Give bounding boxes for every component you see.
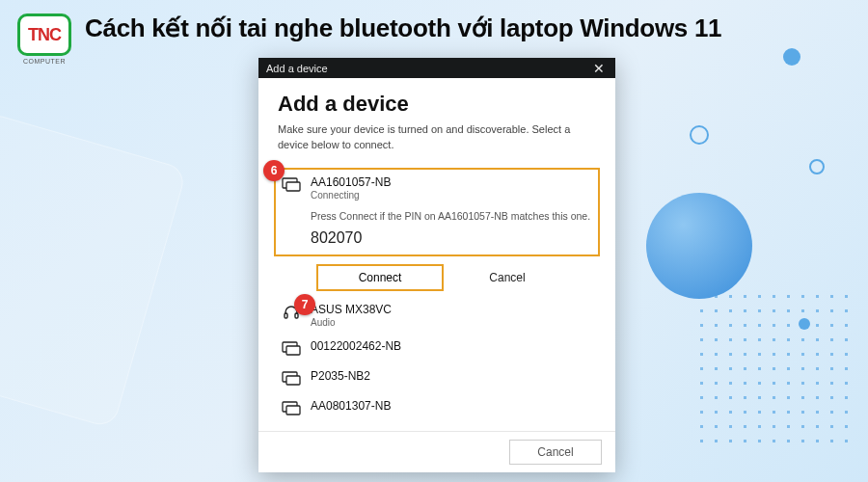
dialog-titlebar: Add a device ✕ <box>258 58 615 78</box>
svg-rect-1 <box>286 182 300 191</box>
device-sub: Audio <box>311 317 392 328</box>
connect-button-row: Connect Cancel <box>316 264 596 291</box>
device-status: Connecting <box>311 190 391 201</box>
display-icon <box>282 370 301 388</box>
display-icon <box>282 340 301 358</box>
svg-rect-5 <box>286 346 300 355</box>
device-item[interactable]: ASUS MX38VC Audio <box>278 297 596 334</box>
device-name: P2035-NB2 <box>311 369 370 383</box>
bg-dots <box>694 289 858 453</box>
dialog-body: Add a device Make sure your device is tu… <box>258 78 615 431</box>
pin-hint: Press Connect if the PIN on AA1601057-NB… <box>311 210 590 222</box>
pin-code: 802070 <box>311 229 362 247</box>
connect-button[interactable]: Connect <box>316 264 444 291</box>
bg-sphere <box>646 193 752 299</box>
brand-logo-badge: TNC <box>17 13 71 56</box>
cancel-button[interactable]: Cancel <box>509 440 602 465</box>
dialog-window-title: Add a device <box>266 63 328 74</box>
device-item-connecting[interactable]: AA1601057-NB Connecting Press Connect if… <box>274 168 600 256</box>
svg-rect-7 <box>286 376 300 385</box>
bg-dot <box>799 318 810 330</box>
close-button[interactable]: ✕ <box>590 60 608 77</box>
dialog-heading: Add a device <box>278 92 596 117</box>
device-name: 00122002462-NB <box>311 339 401 353</box>
device-item[interactable]: P2035-NB2 <box>278 363 596 393</box>
close-icon: ✕ <box>593 61 605 76</box>
brand-logo: TNC COMPUTER <box>17 13 71 65</box>
dialog-subtext: Make sure your device is turned on and d… <box>278 122 596 152</box>
bg-ring <box>809 159 825 174</box>
device-name: ASUS MX38VC <box>311 303 392 316</box>
device-item[interactable]: 00122002462-NB <box>278 334 596 363</box>
add-device-dialog: Add a device ✕ Add a device Make sure yo… <box>258 58 615 472</box>
cancel-pairing-button[interactable]: Cancel <box>444 264 571 291</box>
bg-shape-left <box>0 111 187 429</box>
svg-rect-9 <box>286 406 300 415</box>
device-name: AA0801307-NB <box>311 399 391 413</box>
display-icon <box>282 176 301 194</box>
device-item[interactable]: AA0801307-NB <box>278 393 596 423</box>
brand-logo-tag: COMPUTER <box>23 58 66 65</box>
dialog-footer: Cancel <box>258 431 615 472</box>
device-name: AA1601057-NB <box>311 175 391 189</box>
bg-ring <box>690 125 709 145</box>
bg-dot <box>783 48 800 66</box>
display-icon <box>282 400 301 417</box>
page-title: Cách kết nối tai nghe bluetooth với lapt… <box>85 13 721 43</box>
